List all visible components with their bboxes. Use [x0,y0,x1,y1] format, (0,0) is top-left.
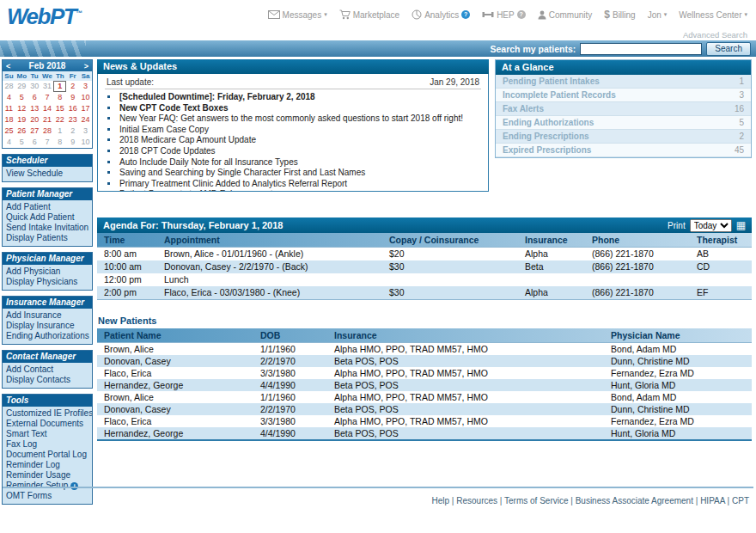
search-button[interactable]: Search [706,42,751,56]
news-item[interactable]: Initial Exam Case Copy [119,125,481,136]
calendar-day[interactable]: 6 [28,92,41,103]
news-item[interactable]: 2018 Medicare Cap Amount Update [119,135,481,146]
new-patient-row[interactable]: Flaco, Erica3/3/1980Alpha HMO, PPO, TRAD… [97,415,752,427]
calendar-day-selected[interactable]: 1 [53,81,66,92]
calendar-day[interactable]: 12 [15,103,28,114]
nav-messages[interactable]: Messages ▾ [268,10,327,20]
sidebar-item-omt-forms[interactable]: OMT Forms [3,491,92,501]
calendar-day[interactable]: 28 [41,126,54,137]
glance-row[interactable]: Pending Patient Intakes1 [496,75,751,89]
calendar-day[interactable]: 2 [66,81,79,92]
calendar-day[interactable]: 11 [3,103,15,114]
calendar-day[interactable]: 6 [28,137,41,148]
nav-user-menu[interactable]: Jon ▾ [648,10,668,20]
calendar-day[interactable]: 10 [79,92,92,103]
analytics-help-badge-icon[interactable]: ? [461,10,470,19]
sidebar-item-send-intake-invitation[interactable]: Send Intake Invitation [3,223,92,233]
footer-link-cpt[interactable]: CPT [732,496,749,505]
glance-row[interactable]: Fax Alerts16 [496,102,751,116]
sidebar-item-add-patient[interactable]: Add Patient [3,202,92,212]
news-item[interactable]: [Scheduled Downtime]: Friday, February 2… [119,92,481,103]
agenda-range-select[interactable]: Today [690,219,732,232]
sidebar-item-quick-add-patient[interactable]: Quick Add Patient [3,212,92,223]
calendar-prev-button[interactable]: < [6,62,10,70]
calendar-day[interactable]: 7 [41,92,54,103]
nav-hep[interactable]: HEP ? [482,10,526,20]
new-patient-row[interactable]: Brown, Alice1/1/1960Alpha HMO, PPO, TRAD… [97,391,752,403]
calendar-day[interactable]: 3 [79,81,92,92]
news-item[interactable]: Auto Include Daily Note for all Insuranc… [119,157,481,168]
calendar-day[interactable]: 1 [53,126,66,137]
print-button[interactable]: Print [668,221,686,230]
calendar-day[interactable]: 16 [66,103,79,114]
sidebar-item-smart-text[interactable]: Smart Text [3,429,92,439]
sidebar-item-add-contact[interactable]: Add Contact [3,365,92,375]
nav-community[interactable]: Community [538,10,593,20]
calendar-day[interactable]: 30 [28,81,41,92]
patient-search-input[interactable] [580,43,702,55]
hep-help-badge-icon[interactable]: ? [517,10,526,19]
calendar-day[interactable]: 4 [3,92,15,103]
sidebar-item-fax-log[interactable]: Fax Log [3,439,92,450]
agenda-row[interactable]: 2:00 pmFlaco, Erica - 03/03/1980 - (Knee… [97,286,752,299]
footer-link-resources[interactable]: Resources [456,496,497,505]
calendar-day[interactable]: 4 [3,137,15,148]
calendar-day[interactable]: 9 [66,137,79,148]
calendar-day[interactable]: 3 [79,126,92,137]
calendar-day[interactable]: 15 [53,103,66,114]
calendar-day[interactable]: 8 [53,92,66,103]
glance-row[interactable]: Ending Authorizations5 [496,116,751,130]
agenda-row[interactable]: 8:00 amBrown, Alice - 01/01/1960 - (Ankl… [97,248,752,260]
calendar-day[interactable]: 9 [66,92,79,103]
new-patient-row[interactable]: Hernandez, George4/4/1990Beta POS, POSHu… [97,379,752,391]
nav-analytics[interactable]: Analytics ? [412,9,470,20]
calendar-day[interactable]: 21 [41,114,54,126]
calendar-day[interactable]: 8 [53,137,66,148]
calendar-day[interactable]: 13 [28,103,41,114]
advanced-search-link[interactable]: Advanced Search [683,30,747,40]
calendar-day[interactable]: 19 [15,114,28,126]
nav-wellness-center[interactable]: Wellness Center ▾ [679,10,747,20]
sidebar-item-reminder-log[interactable]: Reminder Log [3,460,92,470]
agenda-row[interactable]: 10:00 amDonovan, Casey - 2/2/1970 - (Bac… [97,260,752,273]
glance-row[interactable]: Incomplete Patient Records3 [496,89,751,102]
sidebar-item-add-insurance[interactable]: Add Insurance [3,310,92,321]
calendar-day[interactable]: 18 [3,114,15,126]
sidebar-item-display-patients[interactable]: Display Patients [3,233,92,243]
sidebar-item-view-schedule[interactable]: View Schedule [3,168,92,179]
footer-link-business-associate-agreement[interactable]: Business Associate Agreement [576,496,693,505]
calendar-day[interactable]: 5 [15,92,28,103]
news-item[interactable]: 2018 CPT Code Updates [119,146,481,157]
new-patient-row[interactable]: Flaco, Erica3/3/1980Alpha HMO, PPO, TRAD… [97,367,752,379]
glance-row[interactable]: Ending Prescriptions2 [496,130,751,144]
new-patient-row[interactable]: Brown, Alice1/1/1960Alpha HMO, PPO, TRAD… [97,343,752,355]
news-item[interactable]: Saving and Searching by Single Character… [119,168,481,179]
webpt-logo[interactable]: WebPT™ [7,1,82,29]
sidebar-item-reminder-setup[interactable]: Reminder Setupi [3,481,92,491]
calendar-day[interactable]: 22 [53,114,66,126]
news-item[interactable]: New Year FAQ: Get answers to the most co… [119,113,481,125]
sidebar-item-display-insurance[interactable]: Display Insurance [3,321,92,331]
news-item[interactable]: New CPT Code Text Boxes [119,103,481,114]
calendar-day[interactable]: 14 [41,103,54,114]
new-patient-row[interactable]: Donovan, Casey2/2/1970Beta POS, POSDunn,… [97,355,752,367]
calendar-day[interactable]: 25 [3,126,15,137]
sidebar-item-display-contacts[interactable]: Display Contacts [3,375,92,385]
calendar-day[interactable]: 17 [79,103,92,114]
calendar-day[interactable]: 2 [66,126,79,137]
sidebar-item-document-portal-log[interactable]: Document Portal Log [3,450,92,460]
grid-icon[interactable]: ▦ [736,219,746,231]
calendar-day[interactable]: 31 [41,81,54,92]
sidebar-item-reminder-usage[interactable]: Reminder Usage [3,470,92,481]
footer-link-help[interactable]: Help [432,496,450,505]
calendar-day[interactable]: 27 [28,126,41,137]
glance-row[interactable]: Expired Prescriptions45 [496,144,751,157]
calendar-day[interactable]: 24 [79,114,92,126]
calendar-next-button[interactable]: > [84,62,88,70]
calendar-day[interactable]: 5 [15,137,28,148]
news-item[interactable]: Primary Treatment Clinic Added to Analyt… [119,179,481,190]
footer-link-terms-of-service[interactable]: Terms of Service [504,496,568,505]
calendar-day[interactable]: 26 [15,126,28,137]
nav-marketplace[interactable]: Marketplace [339,9,399,20]
calendar-day[interactable]: 28 [3,81,15,92]
